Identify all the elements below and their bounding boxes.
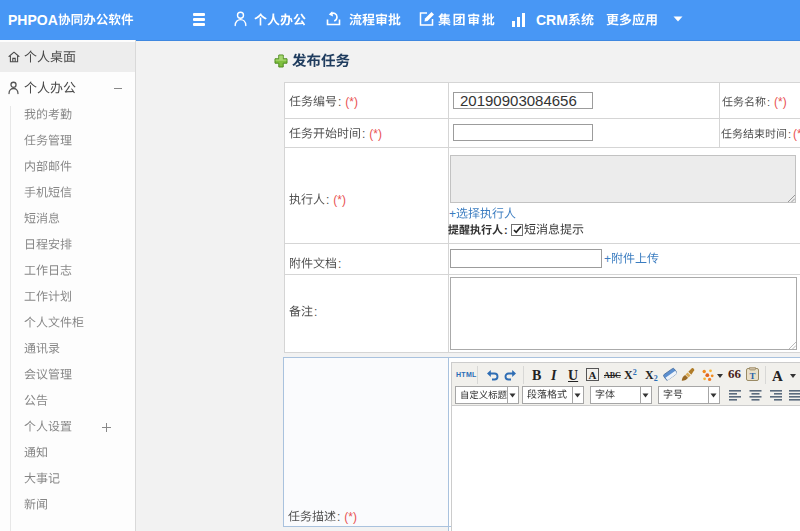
svg-text:T: T	[749, 371, 755, 381]
